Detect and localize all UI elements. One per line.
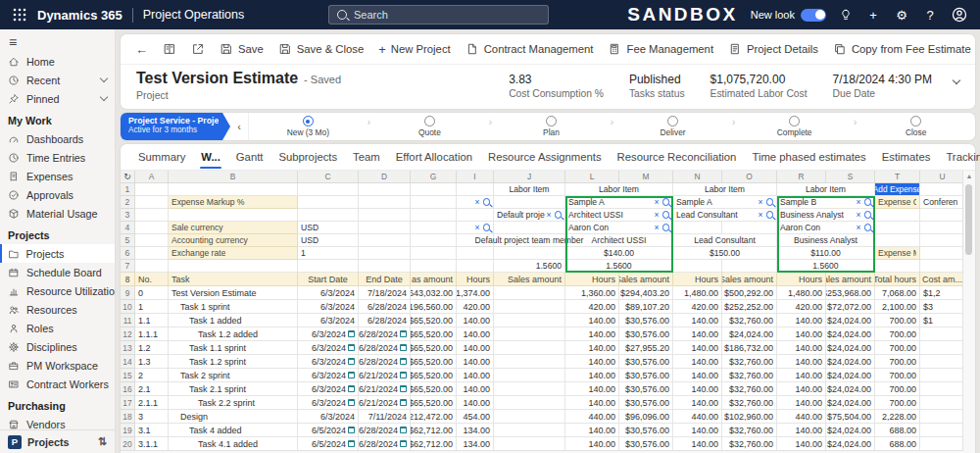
- grid-cell[interactable]: Business Analyst: [777, 234, 875, 247]
- grid-cell[interactable]: [494, 341, 565, 355]
- wbs-number-cell[interactable]: 0: [135, 286, 169, 300]
- clear-icon[interactable]: ×: [655, 224, 660, 232]
- grid-cell[interactable]: [359, 234, 411, 247]
- wbs-number-cell[interactable]: 1.1: [135, 314, 169, 327]
- lookup-icon[interactable]: [662, 198, 670, 206]
- date-cell[interactable]: 6/28/2024: [359, 437, 411, 451]
- date-cell[interactable]: 6/28/2024: [359, 327, 411, 341]
- back-button[interactable]: ←: [128, 40, 155, 59]
- clear-icon[interactable]: ×: [759, 198, 763, 207]
- grid-cell[interactable]: 1: [298, 247, 359, 260]
- lookup-icon[interactable]: [483, 224, 491, 231]
- grid-cell[interactable]: 140.00: [777, 314, 826, 327]
- grid-cell[interactable]: 700.00: [875, 341, 920, 355]
- grid-cell[interactable]: $196,560.00: [411, 300, 457, 314]
- new-project-button[interactable]: +New Project: [371, 40, 458, 59]
- tab-resource-assignments[interactable]: Resource Assignments: [480, 145, 610, 169]
- grid-cell[interactable]: [411, 222, 457, 234]
- grid-cell[interactable]: [494, 396, 565, 410]
- tab-tracking[interactable]: Tracking: [938, 145, 980, 169]
- scroll-up-icon[interactable]: ▲: [963, 171, 975, 182]
- task-name-cell[interactable]: Test Version Estimate: [169, 286, 298, 300]
- date-cell[interactable]: 6/21/2024: [359, 369, 411, 382]
- grid-cell[interactable]: $30,576.00: [619, 437, 673, 451]
- row-header[interactable]: 8: [121, 273, 135, 286]
- grid-cell[interactable]: $65,520.00: [411, 314, 457, 327]
- grid-cell[interactable]: 140.00: [565, 355, 619, 369]
- bpf-scroll-left-icon[interactable]: ‹: [230, 113, 249, 140]
- grid-cell[interactable]: $30,576.00: [619, 382, 673, 396]
- grid-cell[interactable]: $32,760.00: [722, 396, 777, 410]
- grid-cell[interactable]: 140.00: [457, 396, 494, 410]
- grid-cell[interactable]: 700.00: [875, 382, 920, 396]
- date-cell[interactable]: 6/28/2024: [359, 314, 411, 327]
- date-cell[interactable]: 6/21/2024: [359, 396, 411, 410]
- sidebar-item-expenses[interactable]: Expenses: [0, 167, 115, 185]
- date-cell[interactable]: 6/3/2024: [298, 341, 359, 355]
- row-header[interactable]: 5: [121, 234, 135, 247]
- grid-cell[interactable]: [494, 222, 565, 234]
- row-header[interactable]: 14: [121, 355, 135, 369]
- clear-icon[interactable]: ×: [857, 211, 861, 220]
- clear-icon[interactable]: ×: [857, 224, 861, 232]
- row-header[interactable]: 10: [121, 300, 135, 314]
- grid-cell[interactable]: 140.00: [673, 369, 722, 382]
- grid-cell[interactable]: [298, 260, 359, 273]
- grid-cell[interactable]: $72,072.00: [826, 300, 875, 314]
- grid-cell[interactable]: 700.00: [875, 369, 920, 382]
- grid-cell[interactable]: [673, 222, 722, 234]
- hamburger-menu-icon[interactable]: ≡: [0, 29, 115, 52]
- grid-cell[interactable]: [359, 260, 411, 273]
- grid-cell[interactable]: [457, 183, 494, 196]
- chevron-down-icon[interactable]: [953, 76, 960, 84]
- grid-cell[interactable]: $102,960.00: [722, 410, 777, 424]
- grid-cell[interactable]: [411, 183, 457, 196]
- sidebar-item-disciplines[interactable]: Disciplines: [0, 337, 115, 356]
- date-cell[interactable]: 6/3/2024: [298, 382, 359, 396]
- column-header-D[interactable]: D: [359, 171, 411, 183]
- task-name-cell[interactable]: Task 1 sprint: [169, 300, 298, 314]
- grid-cell[interactable]: 140.00: [777, 382, 826, 396]
- grid-cell[interactable]: Add Expense: [875, 183, 920, 196]
- grid-cell[interactable]: [135, 222, 169, 234]
- grid-cell[interactable]: Sample A×: [673, 196, 777, 209]
- lookup-icon[interactable]: [555, 211, 563, 219]
- grid-cell[interactable]: Lead Consultant: [673, 234, 777, 247]
- tab-time-phased-estimates[interactable]: Time phased estimates: [744, 145, 873, 169]
- grid-cell[interactable]: 140.00: [777, 396, 826, 410]
- lookup-icon[interactable]: [864, 224, 872, 231]
- tab-effort-allocation[interactable]: Effort Allocation: [388, 145, 480, 169]
- grid-cell[interactable]: [920, 247, 965, 260]
- grid-cell[interactable]: $75,504.00: [826, 410, 875, 424]
- grid-cell[interactable]: 1.5600: [494, 260, 565, 273]
- copy-from-fee-estimate-button[interactable]: Copy from Fee Estimate: [826, 39, 975, 59]
- row-header[interactable]: 1: [121, 183, 135, 196]
- grid-cell[interactable]: [169, 260, 298, 273]
- fee-management-button[interactable]: Fee Management: [601, 39, 720, 59]
- clear-icon[interactable]: ×: [475, 198, 480, 207]
- grid-cell[interactable]: [494, 437, 565, 451]
- clear-icon[interactable]: ×: [655, 211, 660, 220]
- row-header[interactable]: 12: [121, 327, 135, 341]
- grid-cell[interactable]: 140.00: [565, 396, 619, 410]
- grid-cell[interactable]: [722, 222, 777, 234]
- grid-cell[interactable]: [135, 196, 169, 209]
- grid-cell[interactable]: Default project team member: [494, 234, 565, 247]
- grid-cell[interactable]: [875, 209, 920, 222]
- grid-cell[interactable]: 140.00: [777, 369, 826, 382]
- grid-cell[interactable]: [169, 209, 298, 222]
- grid-cell[interactable]: 140.00: [673, 327, 722, 341]
- vertical-scrollbar[interactable]: ▲: [962, 171, 975, 453]
- grid-cell[interactable]: $3: [920, 300, 965, 314]
- grid-cell[interactable]: [298, 196, 359, 209]
- tab-gantt[interactable]: Gantt: [228, 145, 271, 169]
- popout-button[interactable]: [184, 39, 212, 59]
- date-cell[interactable]: 6/3/2024: [298, 300, 359, 314]
- row-header[interactable]: 13: [121, 341, 135, 355]
- grid-cell[interactable]: $27,955.20: [619, 341, 673, 355]
- task-name-cell[interactable]: Design: [169, 410, 298, 424]
- task-name-cell[interactable]: Task 2.2 sprint: [169, 396, 298, 410]
- grid-cell[interactable]: Sample B×: [777, 196, 875, 209]
- area-switcher[interactable]: P Projects ⇅: [0, 429, 115, 453]
- grid-cell[interactable]: $24,024.00: [826, 355, 875, 369]
